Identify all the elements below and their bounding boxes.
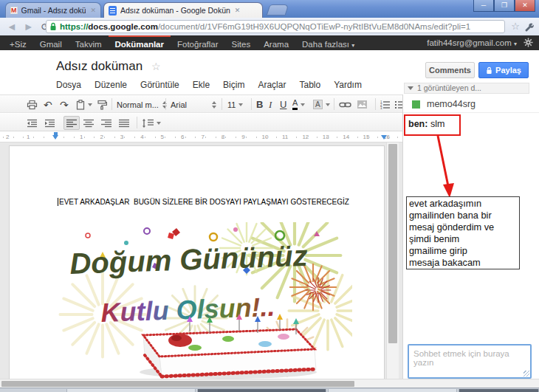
docs-icon: [109, 6, 117, 16]
ruler-number: 2: [100, 134, 103, 140]
menu-view[interactable]: Görüntüle: [140, 80, 179, 90]
ruler[interactable]: 211234567891011121314151617: [0, 132, 402, 142]
comments-button[interactable]: Comments: [425, 62, 475, 78]
back-icon[interactable]: ◄: [7, 21, 17, 32]
ruler-number: 4: [140, 134, 143, 140]
align-left-icon[interactable]: [63, 116, 80, 130]
tab-close-icon[interactable]: ✕: [90, 7, 96, 14]
ruler-number: 7: [201, 134, 204, 140]
vertical-scrollbar-thumb[interactable]: [388, 144, 397, 343]
ruler-number: 15: [363, 134, 370, 140]
url-path: /document/d/1VF6mG19tH9X6UQPQNqOTiEwP-ny…: [158, 22, 470, 31]
tab-gmail[interactable]: M Gmail - Adsız doküman (fatih4 ✕: [5, 2, 101, 18]
tab-docs[interactable]: Adsız doküman - Google Dokün ✕: [103, 2, 263, 18]
gmail-icon: M: [10, 7, 18, 14]
print-icon[interactable]: [27, 97, 38, 111]
align-center-icon[interactable]: [83, 116, 94, 130]
horizontal-scrollbar-thumb[interactable]: [1, 381, 354, 387]
undo-icon[interactable]: ↶: [44, 97, 52, 111]
chat-input-wrapper: [408, 344, 532, 379]
text-color-icon[interactable]: A: [292, 97, 305, 111]
resize-grip-icon[interactable]: [523, 371, 529, 376]
account-menu[interactable]: fatih44srg@gmail.com ▾: [427, 35, 517, 52]
forward-icon[interactable]: ►: [24, 21, 34, 32]
taskbar-button[interactable]: [459, 389, 539, 392]
redo-icon[interactable]: ↷: [60, 97, 69, 111]
taskbar-button[interactable]: [328, 389, 457, 392]
document-title[interactable]: Adsız doküman: [56, 59, 143, 74]
navigation-bar: ◄ ► ⟳ https://docs.google.com/document/d…: [0, 18, 539, 35]
viewer-presence-row[interactable]: memo44srg: [412, 99, 476, 109]
ruler-number: 3: [120, 134, 123, 140]
wrench-menu-icon[interactable]: [525, 22, 535, 35]
menu-edit[interactable]: Düzenle: [95, 80, 127, 90]
padlock-icon: [49, 22, 57, 31]
align-right-icon[interactable]: [101, 116, 111, 130]
paint-format-icon[interactable]: [97, 97, 107, 111]
document-page[interactable]: EVET ARKADAŞLAR BUGÜN SİZLERE BİR DOSYAY…: [9, 145, 385, 379]
menu-format[interactable]: Biçim: [223, 80, 244, 90]
italic-icon[interactable]: I: [269, 97, 272, 111]
new-tab-button[interactable]: [267, 4, 289, 16]
annotation-text-box: evet arkadaşımın gmailinden bana bir mes…: [406, 196, 520, 269]
ruler-number: 10: [262, 134, 269, 140]
insert-image-icon[interactable]: [357, 97, 368, 111]
gbar-item-photos[interactable]: Fotoğraflar: [171, 35, 225, 50]
maximize-button[interactable]: ❐: [494, 0, 515, 12]
divider: [403, 112, 539, 113]
docs-header: Adsız doküman ☆ Dosya Düzenle Görüntüle …: [0, 50, 539, 94]
share-button[interactable]: Paylaş: [478, 62, 529, 78]
horizontal-scrollbar[interactable]: [0, 379, 539, 388]
vertical-scrollbar[interactable]: [386, 142, 399, 379]
numbered-list-icon[interactable]: 123: [380, 97, 391, 111]
bookmark-star-icon[interactable]: ☆: [511, 21, 520, 31]
url-bar[interactable]: https://docs.google.com/document/d/1VF6m…: [46, 20, 505, 33]
gbar-item-search[interactable]: Arama: [257, 35, 295, 50]
font-size-dropdown[interactable]: 11: [227, 97, 243, 111]
font-dropdown[interactable]: Arial: [171, 97, 216, 111]
favorite-star-icon[interactable]: ☆: [151, 61, 161, 72]
taskbar-button[interactable]: [66, 389, 196, 392]
viewers-bar[interactable]: 1 görüntüleyen d...: [404, 83, 529, 94]
line-spacing-icon[interactable]: [142, 116, 161, 130]
styles-dropdown[interactable]: Normal m...: [117, 97, 167, 111]
gbar-item-more[interactable]: Daha fazlası ▾: [295, 35, 361, 50]
tab-close-icon[interactable]: ✕: [235, 7, 241, 14]
gbar-item-documents[interactable]: Dokümanlar: [109, 35, 171, 50]
indent-marker[interactable]: [54, 132, 58, 135]
gear-icon[interactable]: [523, 38, 533, 49]
taskbar-button[interactable]: [197, 389, 326, 392]
justify-icon[interactable]: [119, 116, 129, 130]
close-button[interactable]: ✕: [515, 0, 535, 12]
minimize-button[interactable]: ─: [473, 0, 494, 12]
image-caption-line2: Kutlu Olsun!..: [100, 292, 275, 328]
underline-icon[interactable]: U: [280, 97, 286, 111]
gbar-item-gmail[interactable]: Gmail: [33, 35, 69, 50]
tab-gmail-title: Gmail - Adsız doküman (fatih4: [21, 6, 86, 15]
outdent-icon[interactable]: [27, 116, 38, 130]
menu-table[interactable]: Tablo: [299, 80, 320, 90]
menu-help[interactable]: Yardım: [334, 80, 362, 90]
ruler-number: 13: [323, 134, 329, 140]
left-margin-marker[interactable]: [52, 135, 58, 140]
document-heading-text: EVET ARKADAŞLAR BUGÜN SİZLERE BİR DOSYAY…: [58, 198, 349, 206]
gbar-item-plus-you[interactable]: +Siz: [3, 35, 33, 50]
birthday-image[interactable]: Doğum Gününüz Kutlu Olsun!..: [58, 222, 352, 379]
insert-link-icon[interactable]: [339, 97, 351, 111]
bold-icon[interactable]: B: [256, 97, 263, 111]
annotation-arrow: [422, 136, 466, 199]
taskbar-sliver: [0, 388, 539, 392]
menu-tools[interactable]: Araçlar: [258, 80, 286, 90]
menu-file[interactable]: Dosya: [56, 80, 81, 90]
chat-input[interactable]: [408, 344, 532, 379]
menu-insert[interactable]: Ekle: [193, 80, 210, 90]
gbar-item-calendar[interactable]: Takvim: [69, 35, 109, 50]
document-area: EVET ARKADAŞLAR BUGÜN SİZLERE BİR DOSYAY…: [0, 142, 402, 379]
chat-sidebar: memo44srg ben: slm evet arkadaşımın gmai…: [402, 94, 539, 379]
highlight-color-icon[interactable]: A: [313, 97, 330, 111]
right-margin-marker[interactable]: [381, 135, 387, 140]
indent-icon[interactable]: [44, 116, 55, 130]
paste-icon[interactable]: [76, 97, 92, 111]
gbar-item-sites[interactable]: Sites: [225, 35, 258, 50]
ruler-number: 8: [222, 134, 224, 140]
